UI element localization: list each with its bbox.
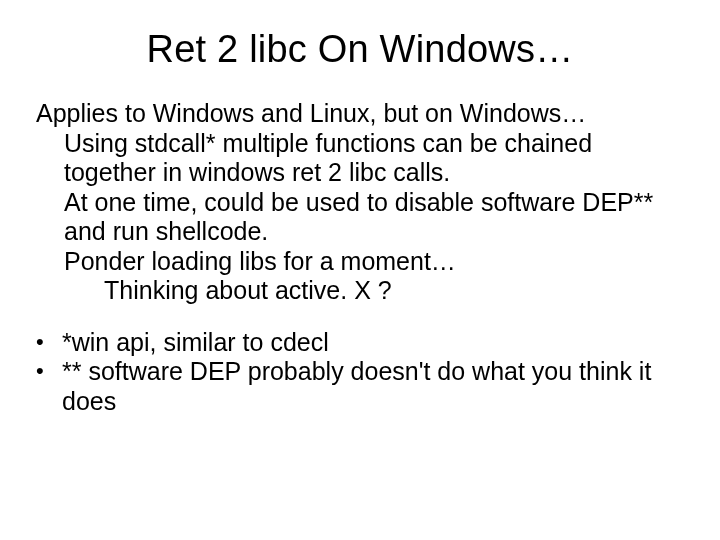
footnote-2: • ** software DEP probably doesn't do wh… bbox=[36, 357, 684, 416]
bullet-dot-icon: • bbox=[36, 328, 62, 357]
bullet-dot-icon: • bbox=[36, 357, 62, 386]
footnote-2-text: ** software DEP probably doesn't do what… bbox=[62, 357, 684, 416]
slide-title: Ret 2 libc On Windows… bbox=[36, 28, 684, 71]
slide: Ret 2 libc On Windows… Applies to Window… bbox=[0, 0, 720, 540]
slide-body: Applies to Windows and Linux, but on Win… bbox=[36, 99, 684, 416]
footnote-1-text: *win api, similar to cdecl bbox=[62, 328, 684, 358]
body-line-stdcall: Using stdcall* multiple functions can be… bbox=[64, 129, 684, 188]
body-line-ponder: Ponder loading libs for a moment… bbox=[64, 247, 684, 277]
body-line-activex: Thinking about active. X ? bbox=[104, 276, 684, 306]
body-line-intro: Applies to Windows and Linux, but on Win… bbox=[36, 99, 684, 129]
body-line-dep: At one time, could be used to disable so… bbox=[64, 188, 684, 247]
footnote-1: • *win api, similar to cdecl bbox=[36, 328, 684, 358]
spacer bbox=[36, 306, 684, 328]
